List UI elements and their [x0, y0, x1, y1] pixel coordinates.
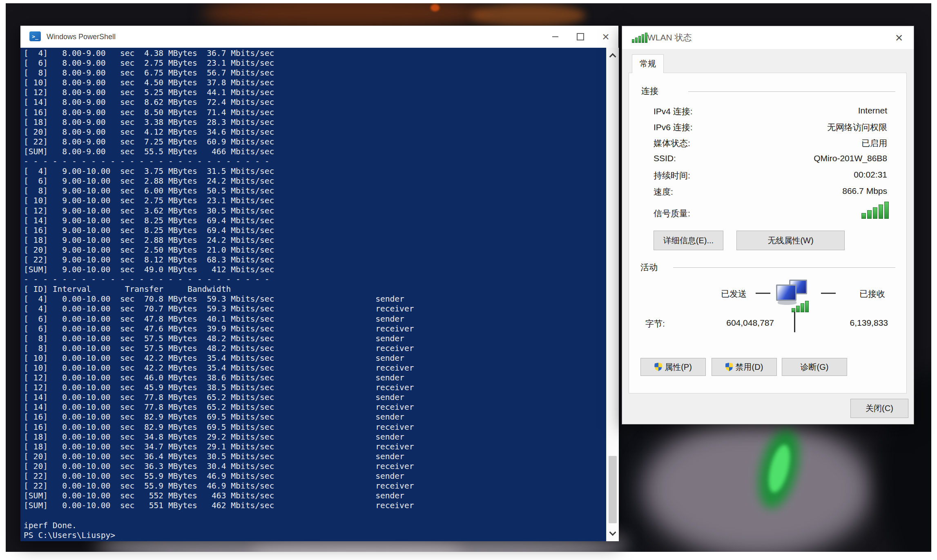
close-icon: ×	[602, 31, 609, 43]
scrollbar-thumb[interactable]	[609, 456, 617, 523]
wlan-titlebar[interactable]: WLAN 状态 ×	[622, 26, 914, 49]
row-label: IPv6 连接:	[654, 122, 693, 133]
connection-row-ipv6: IPv6 连接: 无网络访问权限	[654, 122, 887, 133]
row-value: 00:02:31	[854, 170, 887, 181]
diagnose-button-label: 诊断(G)	[801, 362, 829, 373]
scroll-down-button[interactable]	[607, 526, 619, 541]
wireless-properties-button[interactable]: 无线属性(W)	[736, 231, 845, 250]
powershell-icon-glyph: >_	[32, 33, 38, 40]
row-label: SSID:	[654, 153, 676, 165]
computer-network-icon	[775, 280, 807, 319]
bytes-divider	[794, 312, 795, 332]
connection-row-ipv4: IPv4 连接: Internet	[654, 106, 887, 117]
signal-quality-bars-icon	[861, 202, 890, 219]
row-label: 媒体状态:	[654, 138, 690, 149]
maximize-icon	[577, 33, 584, 40]
connection-row-speed: 速度: 866.7 Mbps	[654, 186, 887, 198]
tab-general[interactable]: 常规	[632, 54, 664, 73]
properties-button[interactable]: 属性(P)	[640, 358, 706, 376]
uac-shield-icon	[654, 363, 662, 371]
properties-button-label: 属性(P)	[665, 362, 692, 373]
wallpaper-highlight	[471, 3, 586, 28]
row-label: 持续时间:	[654, 170, 690, 181]
window-controls: ×	[542, 26, 618, 48]
wallpaper-face	[643, 420, 872, 552]
details-button[interactable]: 详细信息(E)...	[654, 231, 723, 250]
wallpaper-highlight	[431, 4, 439, 11]
scroll-up-button[interactable]	[607, 48, 619, 63]
disable-button-label: 禁用(D)	[736, 362, 763, 373]
signal-quality-label: 信号质量:	[654, 208, 690, 219]
powershell-window: >_ Windows PowerShell × [ 4] 8.00-9.00 s…	[20, 26, 618, 541]
bytes-label: 字节:	[645, 318, 665, 329]
connection-row-ssid: SSID: QMiro-201W_86B8	[654, 153, 887, 165]
close-dialog-button[interactable]: 关闭(C)	[850, 399, 908, 418]
terminal-output[interactable]: [ 4] 8.00-9.00 sec 4.38 MBytes 36.7 Mbit…	[20, 48, 606, 541]
chevron-down-icon	[609, 529, 616, 536]
minimize-button[interactable]	[542, 26, 568, 48]
wlan-close-icon[interactable]: ×	[891, 29, 907, 46]
received-dash	[821, 293, 836, 294]
row-value: QMiro-201W_86B8	[814, 153, 887, 165]
wifi-signal-icon	[632, 33, 648, 43]
diagnose-button[interactable]: 诊断(G)	[782, 358, 847, 376]
sent-label: 已发送	[721, 288, 747, 300]
row-value: 已启用	[861, 138, 887, 149]
connection-group-line	[688, 91, 895, 92]
monitor-front-icon	[776, 284, 796, 301]
minimize-icon	[552, 36, 558, 37]
connection-row-media-state: 媒体状态: 已启用	[654, 138, 887, 149]
uac-shield-icon	[725, 363, 733, 371]
sent-dash	[756, 293, 770, 294]
connection-group-label: 连接	[641, 85, 658, 97]
row-value: 无网络访问权限	[827, 122, 887, 133]
activity-group-label: 活动	[640, 262, 658, 273]
chevron-up-icon	[609, 53, 616, 60]
row-label: 速度:	[654, 186, 673, 198]
window-title: Windows PowerShell	[47, 26, 116, 48]
bytes-received-value: 6,139,833	[825, 318, 888, 328]
received-label: 已接收	[859, 288, 885, 300]
row-value: Internet	[858, 106, 887, 117]
wlan-dialog-title: WLAN 状态	[647, 26, 692, 49]
bytes-sent-value: 604,048,787	[688, 318, 774, 328]
row-label: IPv4 连接:	[654, 106, 693, 117]
row-value: 866.7 Mbps	[842, 186, 887, 198]
powershell-icon: >_	[29, 31, 41, 41]
close-button[interactable]: ×	[593, 26, 618, 48]
mini-signal-bars-icon	[792, 301, 810, 312]
maximize-button[interactable]	[568, 26, 593, 48]
disable-button[interactable]: 禁用(D)	[712, 358, 777, 376]
activity-group-line	[673, 267, 895, 268]
terminal-scrollbar[interactable]	[606, 48, 619, 541]
powershell-titlebar[interactable]: >_ Windows PowerShell ×	[20, 26, 618, 48]
wlan-tab-page: 连接 IPv4 连接: Internet IPv6 连接: 无网络访问权限 媒体…	[629, 73, 907, 393]
wlan-status-dialog: WLAN 状态 × 常规 连接 IPv4 连接: Internet IPv6 连…	[622, 26, 914, 424]
terminal-text: [ 4] 8.00-9.00 sec 4.38 MBytes 36.7 Mbit…	[20, 48, 606, 540]
connection-row-duration: 持续时间: 00:02:31	[654, 170, 887, 181]
